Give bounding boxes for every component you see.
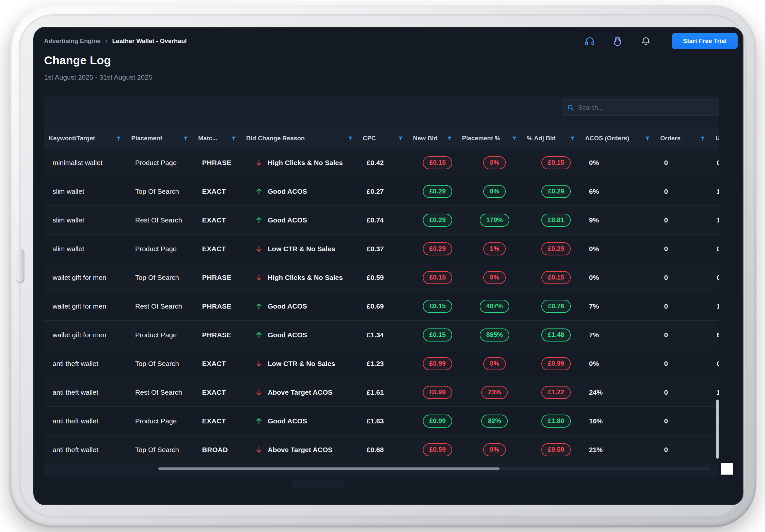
match-type-cell: PHRASE (198, 302, 246, 310)
orders-cell: 0 (660, 446, 715, 454)
match-type-cell: EXACT (198, 417, 246, 425)
filter-icon[interactable] (348, 136, 353, 141)
filter-icon[interactable] (183, 136, 188, 141)
adj-bid-pill: £0.76 (541, 300, 571, 313)
table-row[interactable]: slim walletTop Of SearchEXACTGood ACOS£0… (44, 177, 719, 206)
table-body: minimalist walletProduct PagePHRASEHigh … (44, 148, 719, 464)
placement-pct-cell: 82% (462, 414, 527, 427)
acos-cell: 16% (585, 417, 660, 425)
table-row[interactable]: anti theft walletProduct PageEXACTGood A… (44, 407, 719, 435)
new-bid-cell: £0.15 (413, 300, 462, 313)
placement-pct-cell: 0% (462, 443, 527, 456)
adj-bid-cell: £0.15 (527, 156, 585, 169)
new-bid-cell: £0.59 (413, 443, 462, 456)
start-free-trial-button[interactable]: Start Free Trial (672, 33, 738, 49)
filter-icon[interactable] (231, 136, 236, 141)
acos-cell: 24% (585, 389, 660, 396)
column-header-reason: Bid Change Reason (246, 135, 363, 142)
new-bid-cell: £0.29 (413, 242, 462, 255)
filter-icon[interactable] (512, 136, 517, 141)
table-row[interactable]: slim walletRest Of SearchEXACTGood ACOS£… (44, 206, 719, 234)
filter-icon[interactable] (570, 136, 575, 141)
match-type-cell: EXACT (198, 389, 246, 396)
units-cell: 1 (715, 389, 719, 396)
breadcrumb-chevron-icon: › (105, 37, 107, 45)
filter-icon[interactable] (398, 136, 403, 141)
adj-bid-pill: £0.59 (541, 443, 571, 456)
arrow-down-icon (255, 445, 263, 454)
placement-cell: Top Of Search (131, 274, 198, 282)
new-bid-pill: £0.15 (423, 156, 452, 169)
new-bid-pill: £0.29 (423, 242, 452, 255)
placement-cell: Rest Of Search (131, 302, 198, 310)
bell-icon[interactable] (641, 36, 651, 46)
placement-pct-cell: 0% (462, 271, 527, 284)
topbar-actions: Start Free Trial (584, 33, 738, 49)
reason-text: Good ACOS (268, 216, 307, 224)
filter-icon[interactable] (116, 136, 122, 141)
keyword-cell: wallet gift for men (49, 331, 131, 339)
search-box[interactable] (561, 99, 719, 116)
adj-bid-pill: £1.80 (541, 414, 571, 427)
column-label: Orders (660, 135, 680, 142)
new-bid-pill: £0.15 (423, 300, 452, 313)
date-range: 1st August 2025 - 31st August 2025 (44, 73, 153, 81)
column-header-orders: Orders (660, 135, 715, 142)
table-header-row: Keyword/TargetPlacementMatc...Bid Change… (44, 128, 719, 148)
vertical-scrollbar-thumb[interactable] (716, 399, 719, 459)
adj-bid-cell: £0.76 (527, 300, 585, 313)
adj-bid-cell: £0.15 (527, 271, 585, 284)
keyword-cell: slim wallet (49, 187, 131, 195)
keyword-cell: anti theft wallet (49, 446, 131, 454)
horizontal-scrollbar-thumb[interactable] (158, 467, 499, 470)
hand-icon[interactable] (612, 36, 623, 46)
arrow-up-icon (255, 187, 263, 196)
units-cell: 0 (715, 274, 719, 282)
units-cell: 0 (715, 159, 719, 167)
cpc-cell: £0.69 (363, 302, 413, 310)
placement-pct-cell: 407% (462, 300, 527, 313)
cpc-cell: £1.61 (363, 389, 413, 396)
topbar: Advertising Engine › Leather Wallet - Ov… (44, 32, 738, 50)
placement-cell: Product Page (131, 417, 198, 425)
orders-cell: 0 (660, 274, 715, 282)
placement-pct-pill: 885% (480, 329, 509, 342)
match-type-cell: PHRASE (198, 159, 246, 167)
table-row[interactable]: anti theft walletTop Of SearchEXACTLow C… (44, 349, 719, 378)
column-header-new_bid: New Bid (413, 135, 462, 142)
adj-bid-pill: £0.99 (541, 357, 571, 370)
new-bid-pill: £0.99 (423, 414, 452, 427)
table-row[interactable]: minimalist walletProduct PagePHRASEHigh … (44, 148, 719, 177)
filter-icon[interactable] (645, 136, 650, 141)
horizontal-scrollbar-track[interactable] (158, 467, 710, 470)
column-label: Bid Change Reason (246, 135, 305, 142)
table-row[interactable]: wallet gift for menTop Of SearchPHRASEHi… (44, 263, 719, 292)
breadcrumb-app[interactable]: Advertising Engine (44, 38, 101, 45)
breadcrumb: Advertising Engine › Leather Wallet - Ov… (44, 37, 187, 45)
reason-text: High Clicks & No Sales (268, 274, 343, 282)
table-row[interactable]: wallet gift for menProduct PagePHRASEGoo… (44, 321, 719, 349)
match-type-cell: EXACT (198, 245, 246, 253)
table-row[interactable]: slim walletProduct PageEXACTLow CTR & No… (44, 234, 719, 263)
filter-icon[interactable] (447, 136, 452, 141)
headphones-icon[interactable] (584, 36, 595, 46)
placement-cell: Product Page (131, 245, 198, 253)
reason-text: Good ACOS (268, 302, 307, 310)
table-row[interactable]: wallet gift for menRest Of SearchPHRASEG… (44, 292, 719, 321)
placement-pct-pill: 0% (483, 185, 506, 198)
reason-text: Good ACOS (268, 331, 307, 339)
scrollbar-corner (721, 463, 733, 475)
match-type-cell: PHRASE (198, 274, 246, 282)
arrow-up-icon (255, 417, 263, 425)
column-header-units: Units (715, 135, 719, 142)
table-row[interactable]: anti theft walletTop Of SearchBROADAbove… (44, 435, 719, 464)
filter-icon[interactable] (700, 136, 706, 141)
column-header-cpc: CPC (363, 135, 413, 142)
reason-text: High Clicks & No Sales (268, 159, 343, 167)
new-bid-pill: £0.15 (423, 271, 452, 284)
placement-cell: Top Of Search (131, 360, 198, 368)
keyword-cell: slim wallet (49, 245, 131, 253)
search-input[interactable] (578, 104, 713, 111)
table-row[interactable]: anti theft walletRest Of SearchEXACTAbov… (44, 378, 719, 407)
column-label: Placement (131, 135, 162, 142)
